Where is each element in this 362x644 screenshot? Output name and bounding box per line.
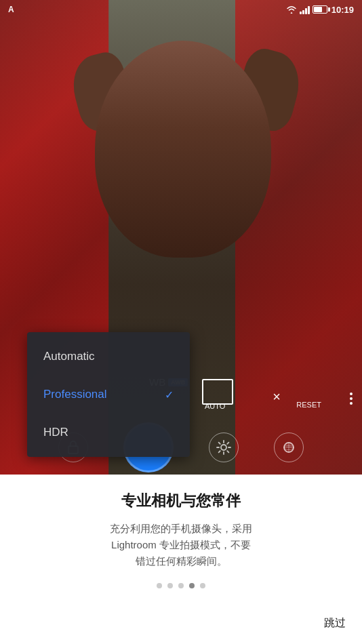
status-bar: A 10:19 xyxy=(0,0,362,19)
close-button[interactable]: × xyxy=(273,389,281,405)
status-bar-left: A xyxy=(8,5,14,14)
brightness-icon xyxy=(216,440,231,455)
dropdown-item-professional-label: Professional xyxy=(43,388,107,401)
dropdown-item-hdr[interactable]: HDR xyxy=(27,414,190,451)
status-time: 10:19 xyxy=(331,5,354,15)
dropdown-item-hdr-label: HDR xyxy=(43,426,68,439)
dropdown-item-automatic-label: Automatic xyxy=(43,350,95,363)
reset-button[interactable]: RESET xyxy=(296,398,321,410)
bottom-card: 专业相机与您常伴 充分利用您的手机摄像头，采用Lightroom 专业拍摄模式，… xyxy=(0,475,362,644)
status-bar-right: 10:19 xyxy=(286,5,354,15)
more-button[interactable] xyxy=(350,393,353,405)
svg-line-7 xyxy=(227,451,228,452)
focus-frame xyxy=(202,379,233,405)
dot-3 xyxy=(178,583,184,588)
app-icon: A xyxy=(8,5,14,14)
svg-line-9 xyxy=(219,451,220,452)
signal-icon xyxy=(300,5,310,14)
wifi-icon xyxy=(286,5,297,14)
dropdown-item-professional[interactable]: Professional ✓ xyxy=(27,376,190,414)
reset-label: RESET xyxy=(296,401,321,409)
dot-4 xyxy=(189,583,195,588)
auto-label: AUTO xyxy=(205,402,225,410)
auto-control[interactable]: AUTO xyxy=(205,402,225,410)
mode-dropdown: Automatic Professional ✓ HDR xyxy=(27,332,190,457)
dot-5 xyxy=(200,583,205,588)
wb-circle-button[interactable] xyxy=(274,432,304,462)
more-icon xyxy=(350,393,353,405)
wb-circle-icon xyxy=(281,440,296,455)
card-title: 专业相机与您常伴 xyxy=(121,491,241,511)
skip-button[interactable]: 跳过 xyxy=(324,616,346,630)
svg-point-1 xyxy=(221,445,226,450)
card-description: 充分利用您的手机摄像头，采用Lightroom 专业拍摄模式，不要错过任何精彩瞬… xyxy=(110,521,252,569)
dot-2 xyxy=(167,583,173,588)
battery-icon xyxy=(313,5,327,14)
svg-line-8 xyxy=(227,443,228,444)
dropdown-item-automatic[interactable]: Automatic xyxy=(27,338,190,376)
svg-line-6 xyxy=(219,443,220,444)
dot-1 xyxy=(157,583,162,588)
check-icon: ✓ xyxy=(165,388,174,401)
close-icon: × xyxy=(273,389,281,404)
pagination-dots xyxy=(157,583,205,588)
brightness-button[interactable] xyxy=(209,432,239,462)
